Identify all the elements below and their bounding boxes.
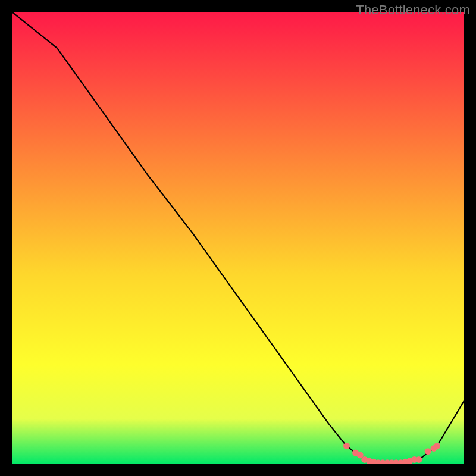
chart-svg	[12, 12, 464, 464]
valley-marker	[425, 448, 431, 455]
watermark-text: TheBottleneck.com	[356, 2, 470, 18]
valley-marker	[416, 456, 422, 463]
chart-frame: TheBottleneck.com	[0, 0, 476, 476]
valley-marker	[343, 443, 350, 449]
plot-area	[12, 12, 464, 464]
valley-marker	[434, 443, 440, 449]
